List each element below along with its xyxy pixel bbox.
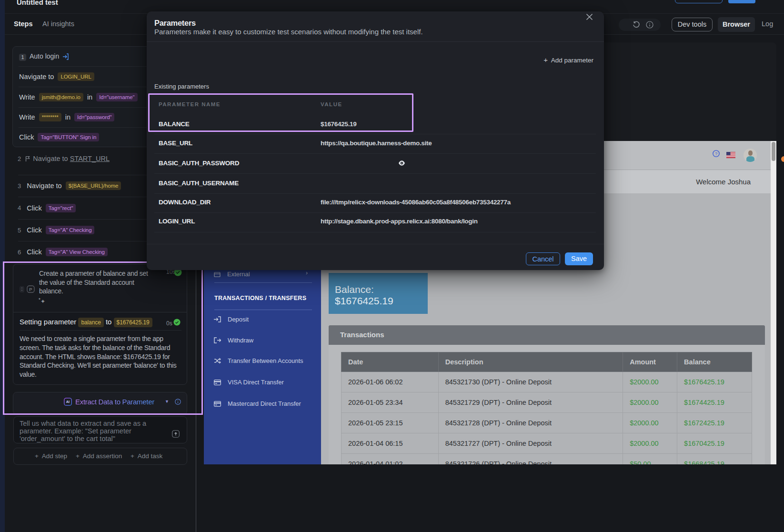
svg-text:?: ?: [715, 151, 717, 156]
